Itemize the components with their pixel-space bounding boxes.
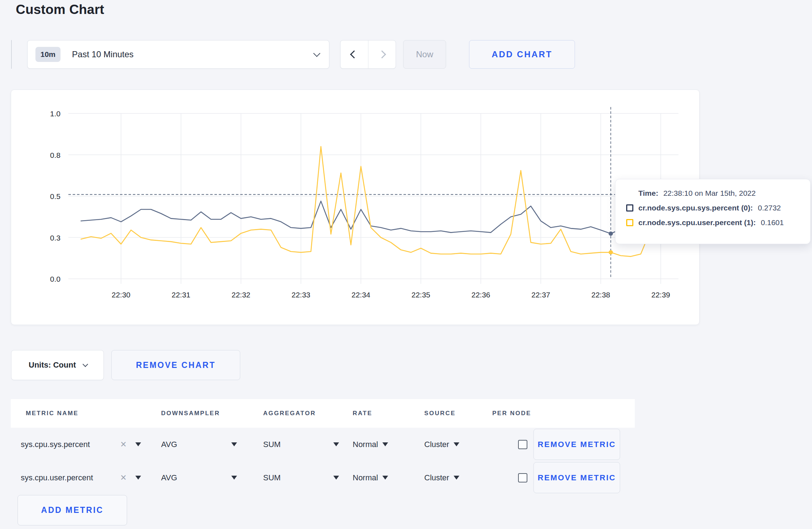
tooltip-time-label: Time: <box>638 189 658 198</box>
chevron-down-icon <box>83 361 88 367</box>
dropdown-arrow-icon <box>231 476 237 480</box>
source-select[interactable]: Cluster <box>424 440 459 449</box>
svg-text:0.5: 0.5 <box>50 192 61 200</box>
units-label: Units: Count <box>29 360 76 370</box>
col-header-source: SOURCE <box>414 410 482 417</box>
col-header-metric-name: METRIC NAME <box>11 410 150 417</box>
tooltip-series-row: cr.node.sys.cpu.sys.percent (0): 0.2732 <box>626 204 799 212</box>
chevron-down-icon <box>313 50 320 57</box>
time-nav-group <box>340 40 396 69</box>
time-range-badge: 10m <box>35 47 61 62</box>
tooltip-sys-label: cr.node.sys.cpu.sys.percent (0): <box>638 204 753 212</box>
clear-metric-icon[interactable]: ✕ <box>120 440 127 449</box>
svg-text:22:31: 22:31 <box>171 291 190 299</box>
tooltip-series-row: cr.node.sys.cpu.user.percent (1): 0.1601 <box>626 218 799 227</box>
rate-select[interactable]: Normal <box>353 473 388 482</box>
page-title: Custom Chart <box>16 2 104 17</box>
remove-metric-button[interactable]: REMOVE METRIC <box>533 429 620 460</box>
svg-text:22:35: 22:35 <box>411 291 430 299</box>
svg-text:0.0: 0.0 <box>50 275 61 283</box>
clear-metric-icon[interactable]: ✕ <box>120 473 127 482</box>
sys-series-swatch-icon <box>626 204 633 212</box>
col-header-aggregator: AGGREGATOR <box>252 410 342 417</box>
chart-tooltip: Time: 22:38:10 on Mar 15th, 2022 cr.node… <box>615 179 811 244</box>
user-series-swatch-icon <box>626 219 633 226</box>
svg-text:22:32: 22:32 <box>232 291 251 299</box>
chevron-left-icon <box>350 50 358 59</box>
source-select[interactable]: Cluster <box>424 473 459 482</box>
metric-name: sys.cpu.sys.percent <box>21 440 90 449</box>
svg-text:22:38: 22:38 <box>591 291 610 299</box>
toolbar-divider <box>11 40 12 69</box>
svg-text:0.8: 0.8 <box>50 151 61 159</box>
aggregator-select[interactable]: SUM <box>263 440 339 449</box>
svg-text:1.0: 1.0 <box>50 110 61 118</box>
svg-text:22:39: 22:39 <box>651 291 670 299</box>
svg-text:22:33: 22:33 <box>291 291 310 299</box>
tooltip-time-value: 22:38:10 on Mar 15th, 2022 <box>663 189 756 198</box>
metric-name-select[interactable]: sys.cpu.sys.percent ✕ <box>11 440 150 449</box>
tooltip-sys-value: 0.2732 <box>758 204 781 212</box>
downsampler-select[interactable]: AVG <box>161 440 237 449</box>
chevron-right-icon <box>378 50 386 59</box>
now-button[interactable]: Now <box>403 40 446 69</box>
metric-name-select[interactable]: sys.cpu.user.percent ✕ <box>11 473 150 482</box>
dropdown-arrow-icon <box>382 442 388 446</box>
svg-text:22:30: 22:30 <box>112 291 131 299</box>
dropdown-arrow-icon <box>454 476 459 480</box>
dropdown-arrow-icon <box>454 442 459 446</box>
tooltip-time-row: Time: 22:38:10 on Mar 15th, 2022 <box>626 189 799 198</box>
add-chart-button[interactable]: ADD CHART <box>469 40 575 69</box>
metrics-table-header: METRIC NAME DOWNSAMPLER AGGREGATOR RATE … <box>11 399 635 428</box>
chart-card: 0.00.30.50.81.022:3022:3122:3222:3322:34… <box>11 89 700 325</box>
col-header-rate: RATE <box>342 410 414 417</box>
dropdown-arrow-icon[interactable] <box>135 476 141 480</box>
metric-name: sys.cpu.user.percent <box>21 473 93 482</box>
svg-text:0.3: 0.3 <box>50 234 61 242</box>
custom-chart-page: { "page": { "title": "Custom Chart" }, "… <box>0 0 812 529</box>
time-range-label: Past 10 Minutes <box>72 49 134 59</box>
cpu-line-chart[interactable]: 0.00.30.50.81.022:3022:3122:3222:3322:34… <box>11 90 699 325</box>
dropdown-arrow-icon <box>333 442 339 446</box>
col-header-downsampler: DOWNSAMPLER <box>150 410 252 417</box>
dropdown-arrow-icon <box>231 442 237 446</box>
time-range-dropdown[interactable]: 10m Past 10 Minutes <box>27 40 329 69</box>
tooltip-user-label: cr.node.sys.cpu.user.percent (1): <box>638 218 756 227</box>
svg-text:22:34: 22:34 <box>352 291 371 299</box>
downsampler-select[interactable]: AVG <box>161 473 237 482</box>
remove-metric-button[interactable]: REMOVE METRIC <box>533 462 620 493</box>
units-dropdown[interactable]: Units: Count <box>11 350 104 380</box>
col-header-per-node: PER NODE <box>482 410 533 417</box>
svg-text:22:36: 22:36 <box>472 291 490 299</box>
tooltip-user-value: 0.1601 <box>761 218 784 227</box>
per-node-checkbox[interactable] <box>518 440 527 449</box>
time-back-button[interactable] <box>340 40 368 68</box>
remove-chart-button[interactable]: REMOVE CHART <box>111 350 240 380</box>
add-metric-button[interactable]: ADD METRIC <box>18 495 127 525</box>
dropdown-arrow-icon[interactable] <box>135 442 141 446</box>
dropdown-arrow-icon <box>333 476 339 480</box>
rate-select[interactable]: Normal <box>353 440 388 449</box>
svg-text:22:37: 22:37 <box>531 291 550 299</box>
time-forward-button[interactable] <box>368 40 396 68</box>
per-node-checkbox[interactable] <box>518 473 527 482</box>
aggregator-select[interactable]: SUM <box>263 473 339 482</box>
dropdown-arrow-icon <box>382 476 388 480</box>
